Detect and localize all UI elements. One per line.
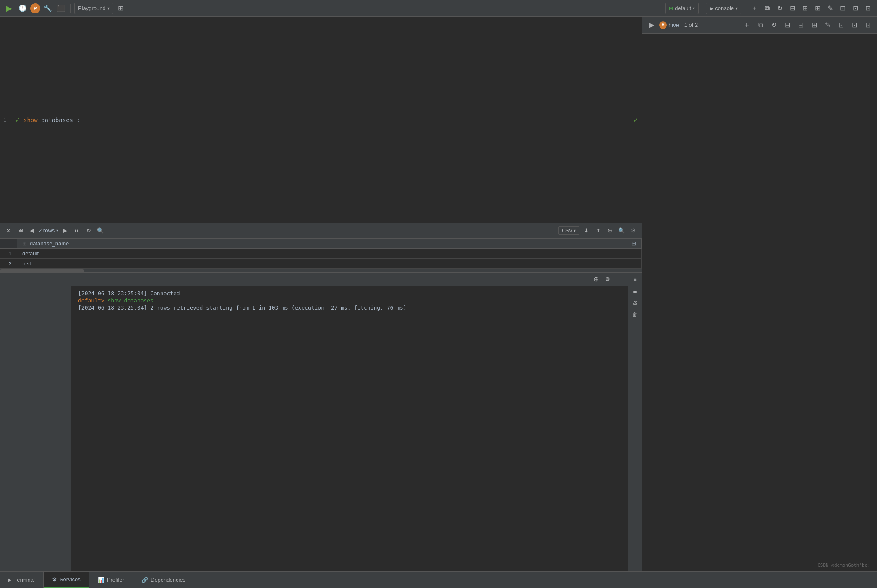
console-main: ⊕ ⚙ − [2024-06-18 23:25:04] Connected de… [71,273,628,571]
console-chevron: ▾ [736,6,738,10]
rp-add-button[interactable]: + [741,19,753,31]
split-button[interactable]: ⊡ [837,3,848,14]
console-prompt-text: default> [78,297,104,304]
side-print-icon[interactable]: 🖨 [630,298,640,308]
dependencies-icon: 🔗 [141,577,148,583]
add-button[interactable]: + [749,3,760,14]
row-num-header [0,239,17,249]
dependencies-label: Dependencies [151,577,185,583]
toolbar-separator-3 [745,4,745,13]
editor-confirm-icon: ✓ [633,117,638,123]
nav-prev-button[interactable]: ◀ [27,226,37,236]
rp-view-button[interactable]: ⊡ [848,19,860,31]
tree-content [642,34,877,571]
tree-collapse-button[interactable]: ▶ [646,19,658,31]
rp-expand-button[interactable]: ⊞ [795,19,807,31]
console-side-icons: ≡ ≣ 🖨 🗑 [628,273,642,571]
playground-chevron: ▾ [107,6,110,10]
bottom-tabs: ▶ Terminal ⚙ Services 📊 Profiler 🔗 Depen… [0,571,877,588]
profiler-label: Profiler [107,577,124,583]
download-button[interactable]: ⬇ [581,226,591,236]
refresh-button[interactable]: ↻ [774,3,786,14]
side-delete-icon[interactable]: 🗑 [630,310,640,320]
upload-button[interactable]: ⬆ [593,226,603,236]
run-button[interactable]: ▶ [3,3,15,14]
right-panel: ▶ H hive 1 of 2 + ⧉ ↻ ⊟ ⊞ ⊞ ✎ ⊡ ⊡ ⊡ [642,17,877,571]
editor-line-1: 1 ✓ show databases ; ✓ [0,17,642,223]
col-header-database-name: ⊞ database_name ⊟ [22,240,636,247]
nav-next-button[interactable]: ▶ [60,226,70,236]
console-toolbar: ⊕ ⚙ − [71,273,628,286]
tab-dependencies[interactable]: 🔗 Dependencies [133,572,194,588]
zoom-button[interactable]: 🔍 [616,226,626,236]
console-connected-text: [2024-06-18 23:25:04] Connected [78,290,180,297]
grid-button[interactable]: ⊞ [812,3,823,14]
top-toolbar: ▶ 🕐 P 🔧 ⬛ Playground ▾ ⊞ ⊞ default ▾ ▶ c… [0,0,877,17]
rows-indicator[interactable]: 2 rows ▾ [39,227,58,234]
services-label: Services [60,576,81,583]
results-close-button[interactable]: ✕ [3,226,13,236]
tab-services[interactable]: ⚙ Services [44,572,89,588]
code-line-1: show databases ; [23,117,80,123]
crosshair-button[interactable]: ⊕ [605,226,615,236]
console-add-button[interactable]: ⊕ [591,274,601,284]
history-button[interactable]: 🕐 [17,3,29,14]
console-label: console [715,5,734,11]
rp-pin-button[interactable]: ⊡ [835,19,847,31]
database-name-header: ⊞ database_name ⊟ [17,239,642,249]
nav-first-button[interactable]: ⏮ [15,226,25,236]
tab-profiler[interactable]: 📊 Profiler [89,572,133,588]
col-type-icon: ⊞ [22,241,26,247]
connection-dropdown[interactable]: ⊞ default ▾ [665,3,699,14]
connection-status-icon: ⊞ [669,5,673,11]
results-search-button[interactable]: 🔍 [95,226,105,236]
connection-count: 1 of 2 [684,22,698,28]
toolbar-separator-1 [70,4,71,13]
connection-default-label: default [675,5,691,11]
horizontal-scrollbar[interactable] [0,269,642,272]
playground-dropdown[interactable]: Playground ▾ [74,3,113,14]
side-list-icon-1[interactable]: ≡ [630,274,640,284]
stop-button[interactable]: ⬛ [55,3,67,14]
console-dropdown[interactable]: ▶ console ▾ [706,3,741,14]
rp-edit-button[interactable]: ✎ [822,19,833,31]
view-button[interactable]: ⊡ [849,3,861,14]
terminal-label: Terminal [14,577,35,583]
console-content: [2024-06-18 23:25:04] Connected default>… [71,286,628,571]
watermark: CSDN @demonGoth'bo: [817,562,870,568]
rp-filter-button[interactable]: ⊡ [862,19,874,31]
console-minimize-button[interactable]: − [614,274,624,284]
table-icon-button[interactable]: ⊞ [115,3,127,14]
console-line-result: [2024-06-18 23:25:04] 2 rows retrieved s… [78,304,621,311]
console-left-panel [0,273,71,571]
tab-terminal[interactable]: ▶ Terminal [0,572,44,588]
side-list-icon-2[interactable]: ≣ [630,286,640,296]
collapse-button[interactable]: ⊟ [786,3,798,14]
code-identifier-databases: databases [41,117,73,123]
rp-copy-button[interactable]: ⧉ [754,19,766,31]
edit-button[interactable]: ✎ [824,3,836,14]
console-icon: ▶ [710,5,713,11]
copy-button[interactable]: ⧉ [761,3,773,14]
settings-wrench-button[interactable]: 🔧 [42,3,54,14]
table-row: 1 default [0,249,642,259]
results-table: ⊞ database_name ⊟ 1 default [0,238,642,269]
csv-dropdown[interactable]: CSV ▾ [558,226,579,235]
rows-count: 2 rows [39,227,55,234]
playground-icon: P [30,3,40,13]
rp-refresh-button[interactable]: ↻ [768,19,780,31]
code-semicolon: ; [76,117,80,123]
csv-label: CSV [562,228,572,234]
filter-button[interactable]: ⊡ [862,3,874,14]
results-refresh-button[interactable]: ↻ [84,226,94,236]
rp-collapse-button[interactable]: ⊟ [781,19,793,31]
expand-button[interactable]: ⊞ [799,3,811,14]
col-sort-icon[interactable]: ⊟ [632,240,636,247]
console-settings-button[interactable]: ⚙ [603,274,613,284]
col-name-text: database_name [30,240,69,247]
nav-last-button[interactable]: ⏭ [72,226,82,236]
playground-label: Playground [78,5,106,11]
rp-grid-button[interactable]: ⊞ [808,19,820,31]
console-result-text: [2024-06-18 23:25:04] 2 rows retrieved s… [78,304,407,311]
table-settings-button[interactable]: ⚙ [628,226,638,236]
